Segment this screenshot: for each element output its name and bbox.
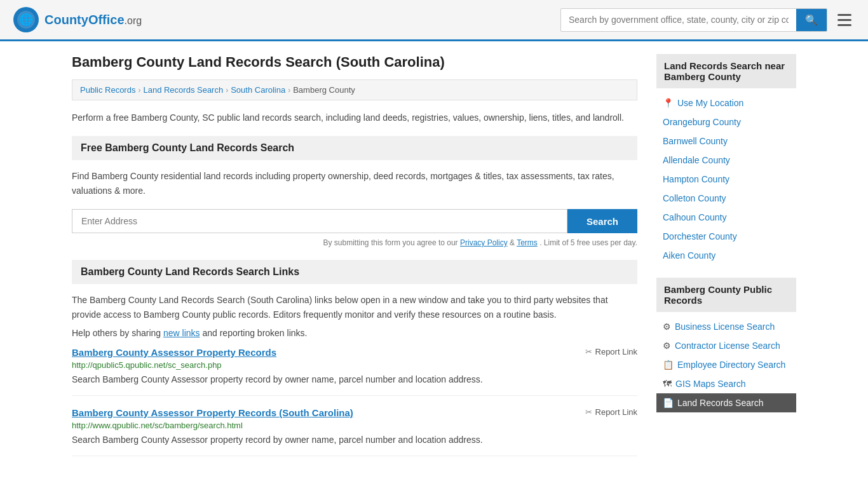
link-item-1: Bamberg County Assessor Property Records… [72, 347, 637, 396]
form-disclaimer: By submitting this form you agree to our… [72, 238, 637, 247]
sidebar-county-2[interactable]: Allendale County [656, 151, 796, 170]
main-search-button[interactable]: 🔍 [796, 9, 827, 31]
link-item-2-url: http://www.qpublic.net/sc/bamberg/search… [72, 421, 637, 430]
sidebar-nearby-heading: Land Records Search near Bamberg County [656, 54, 796, 88]
hamburger-line-3 [837, 24, 851, 26]
share-suffix: and reporting broken links. [202, 328, 307, 338]
sidebar-county-6[interactable]: Dorchester County [656, 227, 796, 246]
terms-link[interactable]: Terms [517, 238, 538, 247]
sidebar: Land Records Search near Bamberg County … [656, 54, 796, 468]
link-item-1-header: Bamberg County Assessor Property Records… [72, 347, 637, 358]
privacy-policy-link[interactable]: Privacy Policy [460, 238, 508, 247]
sidebar-employee-directory[interactable]: 📋 Employee Directory Search [656, 355, 796, 374]
free-search-desc: Find Bamberg County residential land rec… [72, 169, 637, 198]
sidebar-contractor-license[interactable]: ⚙ Contractor License Search [656, 336, 796, 355]
hamburger-menu-button[interactable] [834, 10, 855, 30]
links-desc: The Bamberg County Land Records Search (… [72, 293, 637, 322]
logo-area: 🌐 CountyOffice.org [13, 6, 142, 33]
main-container: Bamberg County Land Records Search (Sout… [59, 41, 809, 480]
disclaimer-suffix: . Limit of 5 free uses per day. [539, 238, 637, 247]
links-section-heading: Bamberg County Land Records Search Links [72, 260, 637, 284]
breadcrumb: Public Records › Land Records Search › S… [72, 79, 637, 100]
breadcrumb-sep-1: › [138, 86, 140, 95]
breadcrumb-item-bamberg: Bamberg County [293, 85, 355, 95]
logo-text: CountyOffice.org [44, 13, 142, 27]
address-search-button[interactable]: Search [567, 209, 637, 233]
sidebar-nearby-section: Land Records Search near Bamberg County … [656, 54, 796, 265]
sidebar-county-5[interactable]: Calhoun County [656, 208, 796, 227]
breadcrumb-sep-3: › [288, 86, 290, 95]
sidebar-public-records-section: Bamberg County Public Records ⚙ Business… [656, 278, 796, 412]
sidebar-county-0[interactable]: Orangeburg County [656, 112, 796, 132]
logo-icon: 🌐 [13, 6, 39, 33]
sidebar-gis-maps[interactable]: 🗺 GIS Maps Search [656, 374, 796, 393]
report-link-button-2[interactable]: ✂ Report Link [585, 407, 637, 417]
breadcrumb-sep-2: › [226, 86, 228, 95]
disclaimer-prefix: By submitting this form you agree to our [323, 238, 458, 247]
link-item-2-desc: Search Bamberg County Assessor property … [72, 433, 637, 447]
link-item-2: Bamberg County Assessor Property Records… [72, 407, 637, 456]
location-dot-icon: 📍 [663, 98, 674, 108]
share-prefix: Help others by sharing [72, 328, 161, 338]
wrench-icon-1: ✂ [585, 347, 592, 356]
sidebar-public-records-heading: Bamberg County Public Records [656, 278, 796, 312]
sidebar-business-license[interactable]: ⚙ Business License Search [656, 317, 796, 336]
free-search-heading: Free Bamberg County Land Records Search [72, 136, 637, 160]
link-item-1-desc: Search Bamberg County Assessor property … [72, 373, 637, 386]
address-search-form: Search [72, 209, 637, 233]
content-area: Bamberg County Land Records Search (Sout… [72, 54, 637, 468]
sidebar-use-my-location[interactable]: 📍 Use My Location [656, 93, 796, 112]
land-icon: 📄 [663, 398, 674, 408]
site-header: 🌐 CountyOffice.org 🔍 [0, 0, 868, 41]
link-item-2-title[interactable]: Bamberg County Assessor Property Records… [72, 407, 353, 418]
gear-icon-1: ⚙ [663, 322, 671, 332]
new-links-link[interactable]: new links [163, 328, 200, 338]
gear-icon-2: ⚙ [663, 341, 671, 351]
breadcrumb-item-south-carolina[interactable]: South Carolina [231, 85, 285, 95]
hamburger-line-2 [837, 19, 851, 21]
header-right: 🔍 [560, 8, 855, 32]
main-search-bar: 🔍 [560, 8, 827, 32]
sidebar-county-7[interactable]: Aiken County [656, 246, 796, 265]
link-item-1-url: http://qpublic5.qpublic.net/sc_search.ph… [72, 360, 637, 370]
sidebar-county-3[interactable]: Hampton County [656, 170, 796, 189]
report-link-label-1: Report Link [595, 347, 637, 356]
page-title: Bamberg County Land Records Search (Sout… [72, 54, 637, 71]
sidebar-county-1[interactable]: Barnwell County [656, 132, 796, 151]
sidebar-county-4[interactable]: Colleton County [656, 189, 796, 208]
share-text: Help others by sharing new links and rep… [72, 328, 637, 338]
report-link-button-1[interactable]: ✂ Report Link [585, 347, 637, 356]
breadcrumb-item-public-records[interactable]: Public Records [80, 85, 135, 95]
main-search-input[interactable] [561, 10, 796, 30]
book-icon: 📋 [663, 360, 674, 370]
report-link-label-2: Report Link [595, 407, 637, 417]
hamburger-line-1 [837, 14, 851, 16]
link-item-1-title[interactable]: Bamberg County Assessor Property Records [72, 347, 276, 358]
sidebar-land-records[interactable]: 📄 Land Records Search [656, 393, 796, 412]
link-item-2-header: Bamberg County Assessor Property Records… [72, 407, 637, 418]
address-search-input[interactable] [72, 209, 567, 233]
map-icon: 🗺 [663, 379, 672, 389]
wrench-icon-2: ✂ [585, 407, 592, 417]
breadcrumb-item-land-records[interactable]: Land Records Search [143, 85, 223, 95]
intro-text: Perform a free Bamberg County, SC public… [72, 111, 637, 125]
svg-text:🌐: 🌐 [19, 13, 34, 27]
use-my-location-label: Use My Location [677, 98, 743, 108]
